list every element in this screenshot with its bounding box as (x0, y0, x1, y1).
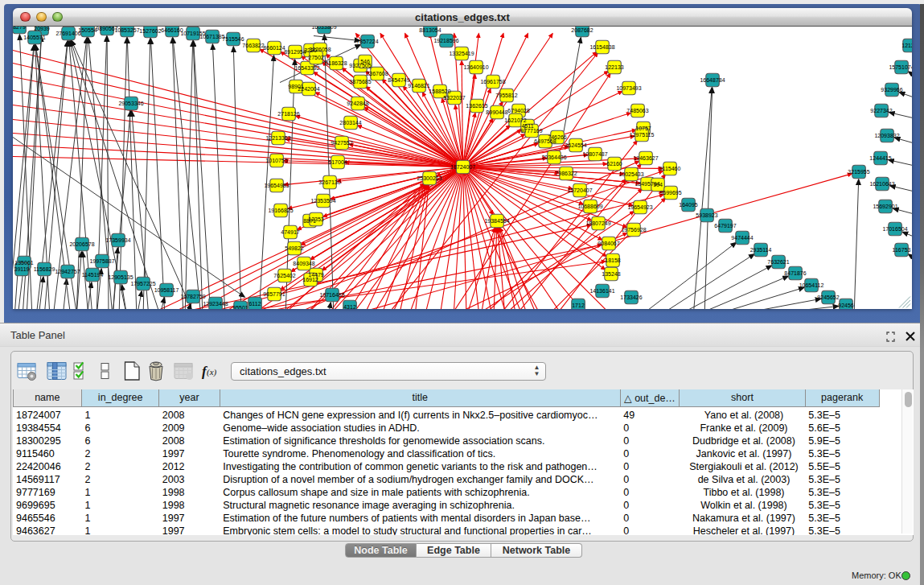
svg-text:6794028: 6794028 (507, 108, 529, 113)
svg-text:1156829: 1156829 (34, 266, 55, 272)
svg-text:19654923: 19654923 (627, 204, 652, 210)
svg-text:12123: 12123 (901, 43, 912, 48)
svg-text:9474444: 9474444 (731, 235, 753, 241)
svg-text:10025433: 10025433 (618, 171, 643, 177)
svg-text:546: 546 (360, 59, 370, 64)
svg-text:12942757: 12942757 (55, 269, 80, 274)
svg-text:7663822: 7663822 (242, 43, 264, 48)
svg-text:8409348: 8409348 (293, 261, 314, 266)
svg-text:1405571: 1405571 (23, 35, 45, 40)
svg-text:10807487: 10807487 (582, 151, 607, 157)
svg-text:3215955: 3215955 (848, 169, 869, 175)
svg-text:27502: 27502 (308, 55, 324, 60)
svg-text:16154838: 16154838 (589, 44, 614, 50)
svg-text:9857791: 9857791 (263, 291, 285, 297)
svg-text:13325419: 13325419 (449, 51, 474, 56)
svg-text:19218596: 19218596 (433, 38, 458, 43)
svg-text:1145194: 1145194 (82, 272, 104, 278)
svg-text:95501: 95501 (232, 305, 248, 309)
svg-text:19756928: 19756928 (621, 227, 646, 233)
svg-text:164095: 164095 (679, 202, 697, 208)
svg-text:1244415: 1244415 (869, 155, 891, 161)
svg-text:20939: 20939 (34, 27, 50, 31)
svg-text:25300213: 25300213 (417, 175, 441, 181)
svg-text:16033809: 16033809 (311, 27, 336, 30)
svg-text:9245652: 9245652 (817, 295, 839, 300)
svg-text:9084067: 9084067 (598, 241, 619, 246)
svg-text:18158: 18158 (605, 257, 621, 263)
svg-text:9146821: 9146821 (408, 83, 429, 89)
svg-text:3226058: 3226058 (309, 47, 331, 52)
svg-text:(x): (x) (207, 367, 217, 377)
svg-text:2718126: 2718126 (277, 111, 299, 117)
svg-text:18807249: 18807249 (585, 220, 610, 226)
svg-text:12353594: 12353594 (310, 198, 335, 204)
svg-text:10973493: 10973493 (616, 85, 641, 91)
svg-text:27691406: 27691406 (55, 31, 80, 36)
svg-text:17957225: 17957225 (130, 281, 155, 286)
svg-text:17016504: 17016504 (882, 226, 907, 232)
svg-text:8186328: 8186328 (325, 60, 347, 66)
svg-text:10688609: 10688609 (577, 204, 602, 209)
svg-text:7632621: 7632621 (767, 259, 789, 265)
svg-text:15720407: 15720407 (567, 187, 592, 193)
svg-text:517004: 517004 (328, 159, 347, 165)
svg-text:7515546: 7515546 (222, 36, 244, 42)
svg-text:9227342: 9227342 (870, 108, 892, 113)
svg-text:17359934: 17359934 (105, 237, 130, 243)
svg-text:6112: 6112 (248, 301, 261, 307)
svg-text:39119: 39119 (14, 266, 30, 272)
svg-text:8660124: 8660124 (263, 45, 285, 51)
svg-text:3267130: 3267130 (318, 179, 340, 185)
svg-text:2935114: 2935114 (750, 247, 772, 253)
svg-text:19463627: 19463627 (633, 155, 658, 161)
svg-text:10853257: 10853257 (114, 27, 139, 33)
svg-text:19975887: 19975887 (89, 258, 114, 264)
svg-text:8279: 8279 (13, 27, 26, 30)
svg-text:1527602: 1527602 (139, 28, 161, 34)
svg-text:16961758: 16961758 (480, 79, 505, 84)
svg-text:10654112: 10654112 (799, 282, 824, 288)
svg-text:1362615: 1362615 (466, 103, 487, 109)
svg-text:20206578: 20206578 (69, 241, 94, 247)
svg-text:14136141: 14136141 (589, 288, 614, 294)
svg-text:18724007: 18724007 (450, 164, 475, 170)
svg-text:62160: 62160 (606, 161, 622, 167)
svg-text:13640910: 13640910 (463, 64, 488, 70)
svg-text:3624554: 3624554 (565, 142, 586, 148)
svg-text:1621072: 1621072 (504, 117, 526, 123)
svg-text:2803144: 2803144 (339, 120, 361, 126)
svg-text:135248: 135248 (602, 271, 620, 277)
svg-text:4312: 4312 (343, 304, 356, 309)
svg-text:19166825: 19166825 (268, 208, 293, 213)
svg-text:20364436: 20364436 (541, 154, 566, 160)
svg-text:12923448: 12923448 (203, 301, 228, 307)
svg-text:16648784: 16648784 (700, 77, 725, 83)
svg-text:15692901: 15692901 (873, 204, 897, 209)
svg-text:12353: 12353 (308, 216, 324, 222)
svg-text:1010755: 1010755 (265, 158, 287, 163)
svg-text:5322037: 5322037 (443, 95, 465, 101)
svg-text:12213363: 12213363 (265, 135, 290, 141)
svg-text:9242848: 9242848 (347, 101, 368, 106)
svg-text:9115460: 9115460 (659, 166, 681, 171)
svg-text:7485063: 7485063 (626, 108, 648, 113)
svg-text:12093832: 12093832 (874, 133, 899, 138)
svg-text:7986322: 7986322 (555, 171, 577, 176)
svg-text:2242004: 2242004 (298, 86, 319, 92)
svg-text:16912: 16912 (302, 277, 318, 282)
svg-text:19716485: 19716485 (319, 292, 344, 298)
svg-text:19384554: 19384554 (484, 218, 509, 224)
svg-text:16210643: 16210643 (869, 181, 894, 187)
svg-text:9777169: 9777169 (520, 128, 542, 134)
svg-text:8471876: 8471876 (784, 270, 806, 276)
svg-text:7625402: 7625402 (273, 273, 295, 278)
svg-text:15751074: 15751074 (889, 64, 912, 70)
svg-text:116753: 116753 (893, 247, 911, 253)
svg-text:3875685: 3875685 (349, 79, 371, 84)
svg-text:1588520: 1588520 (429, 89, 450, 94)
svg-text:16782759: 16782759 (180, 294, 205, 299)
svg-text:12905135: 12905135 (108, 274, 133, 280)
svg-text:92456: 92456 (838, 303, 854, 308)
svg-text:10757: 10757 (635, 126, 651, 131)
